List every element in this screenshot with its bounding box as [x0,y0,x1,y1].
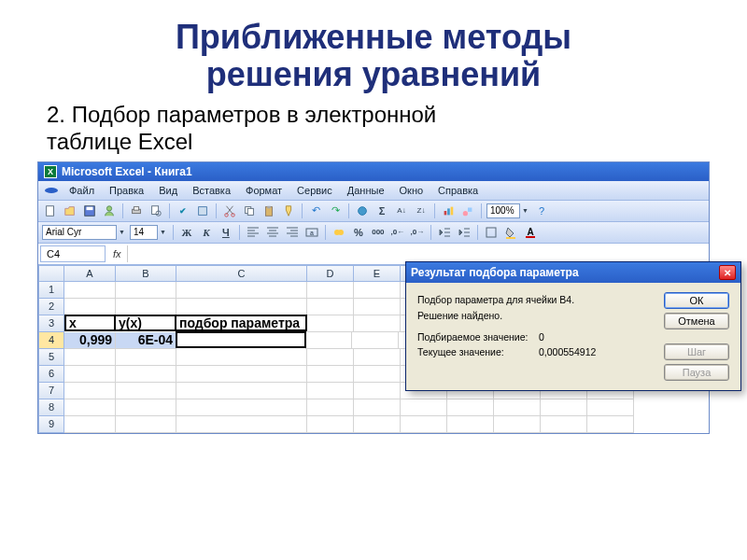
cell[interactable] [307,349,354,366]
column-header[interactable]: E [354,265,401,282]
cell[interactable] [541,399,587,416]
cell[interactable] [116,383,176,399]
cell[interactable] [116,282,176,299]
copy-icon[interactable] [241,203,258,219]
paste-icon[interactable] [261,203,277,219]
cell[interactable] [354,299,401,315]
cell[interactable] [176,416,307,433]
permission-icon[interactable] [101,203,118,219]
drawing-icon[interactable] [459,203,476,219]
row-header[interactable]: 7 [38,383,64,399]
decrease-indent-icon[interactable] [436,224,453,241]
borders-icon[interactable] [483,224,500,241]
print-icon[interactable] [128,203,145,219]
menu-help[interactable]: Справка [431,183,485,198]
cell[interactable]: x [64,315,116,331]
autosum-icon[interactable]: Σ [374,203,390,219]
font-size[interactable]: 14 [130,225,158,240]
align-right-icon[interactable] [284,224,301,241]
column-header[interactable]: B [116,265,176,282]
row-header[interactable]: 4 [38,332,64,349]
cell[interactable] [447,399,494,416]
cell[interactable] [176,399,307,416]
decrease-decimal-icon[interactable]: ,0→ [409,224,426,241]
cell[interactable] [354,399,401,416]
cell[interactable] [307,366,354,383]
formula-bar[interactable] [127,245,709,262]
cell[interactable] [176,282,307,299]
menu-format[interactable]: Формат [239,183,289,198]
cell[interactable] [354,349,401,366]
menu-file[interactable]: Файл [63,183,101,198]
close-button[interactable]: ✕ [719,265,736,280]
cell[interactable]: 6E-04 [116,332,176,349]
cell[interactable] [64,349,116,366]
column-header[interactable]: D [307,265,354,282]
cell[interactable] [116,349,176,366]
cell[interactable] [116,366,176,383]
cell[interactable] [354,366,401,383]
menu-window[interactable]: Окно [393,183,430,198]
name-box[interactable]: C4 [40,245,106,262]
new-file-icon[interactable] [42,203,59,219]
pause-button[interactable]: Пауза [664,364,729,381]
cell[interactable] [64,366,116,383]
step-button[interactable]: Шаг [664,343,729,360]
fx-icon[interactable]: fx [107,248,127,259]
percent-icon[interactable]: % [350,224,367,241]
cell[interactable] [64,299,116,315]
cell[interactable] [447,416,494,433]
cell[interactable] [354,315,401,332]
research-icon[interactable] [194,203,211,219]
merge-center-icon[interactable]: a [303,224,320,241]
row-header[interactable]: 5 [38,349,64,366]
cell[interactable] [176,299,307,315]
cell[interactable] [116,416,176,433]
column-header[interactable]: A [64,265,116,282]
format-painter-icon[interactable] [280,203,297,219]
align-left-icon[interactable] [245,224,261,241]
increase-indent-icon[interactable] [456,224,472,241]
cell[interactable] [307,282,354,299]
cut-icon[interactable] [221,203,238,219]
print-preview-icon[interactable] [148,203,164,219]
row-header[interactable]: 6 [38,366,64,383]
undo-icon[interactable]: ↶ [307,203,324,219]
cell[interactable] [176,383,307,399]
font-color-icon[interactable]: A [522,224,539,241]
row-header[interactable]: 2 [38,299,64,315]
row-header[interactable]: 1 [38,282,64,299]
row-header[interactable]: 9 [38,416,64,433]
cell[interactable] [64,282,116,299]
cell[interactable] [176,349,307,366]
cancel-button[interactable]: Отмена [664,313,729,329]
cell[interactable] [587,399,634,416]
column-header[interactable]: C [176,265,307,282]
cell[interactable] [116,399,176,416]
row-header[interactable]: 3 [38,315,64,332]
cell[interactable] [64,383,116,399]
zoom-value[interactable]: 100% [486,203,520,218]
font-size-dropdown[interactable]: 14 ▼ [130,225,168,240]
cell[interactable] [352,332,399,349]
underline-button[interactable]: Ч [218,224,234,241]
save-icon[interactable] [81,203,98,219]
cell[interactable] [401,399,447,416]
row-header[interactable]: 8 [38,399,64,416]
cell[interactable] [116,299,176,315]
cell[interactable] [401,416,447,433]
menu-data[interactable]: Данные [341,183,391,198]
ok-button[interactable]: ОК [664,292,729,309]
cell[interactable] [176,366,307,383]
cell[interactable] [307,315,354,332]
hyperlink-icon[interactable] [354,203,371,219]
spell-check-icon[interactable]: ✔ [175,203,191,219]
cell[interactable] [307,416,354,433]
cell[interactable] [354,383,401,399]
italic-button[interactable]: К [198,224,215,241]
font-dropdown[interactable]: Arial Cyr ▼ [42,225,127,240]
help-icon[interactable]: ? [533,203,550,219]
cell[interactable] [64,416,116,433]
cell[interactable] [307,383,354,399]
fill-color-icon[interactable] [502,224,519,241]
